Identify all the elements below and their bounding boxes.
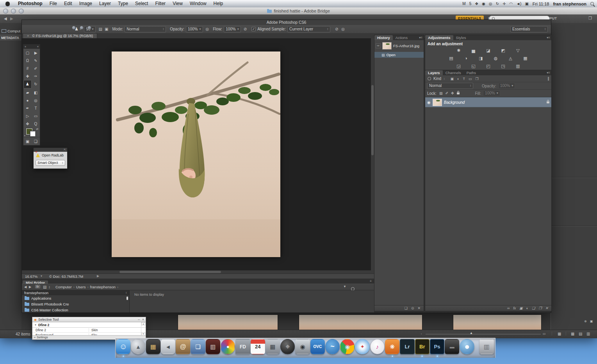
minimize-icon[interactable]	[11, 9, 16, 14]
lightroom-icon[interactable]: Lr	[400, 339, 414, 354]
menubar-clock[interactable]: Fri 11:18	[533, 2, 549, 6]
filter-search-icon[interactable]	[428, 77, 431, 80]
photoshop-titlebar[interactable]: Adobe Photoshop CS6	[22, 20, 551, 25]
selective-color-icon[interactable]: ▥	[515, 64, 521, 69]
tablet-opacity-icon[interactable]: ◎	[206, 27, 209, 31]
filter-shape-layers-icon[interactable]: ▭	[469, 77, 472, 81]
invert-icon[interactable]: ◲	[456, 64, 462, 69]
menubar-menu[interactable]: Filter	[151, 0, 169, 7]
section-collapse-icon[interactable]: ▼	[34, 324, 37, 326]
metadata-panel-tab[interactable]: METADATA	[0, 35, 21, 41]
brightness-contrast-icon[interactable]: ✺	[456, 48, 462, 53]
minimize-icon[interactable]: –	[138, 318, 140, 321]
folder-item[interactable]: Blissett Photobook Cre	[22, 301, 129, 307]
panel-menu-icon[interactable]: ≡	[370, 279, 372, 283]
airbrush-icon[interactable]: ⊘	[244, 27, 247, 31]
close-icon[interactable]	[72, 26, 76, 30]
panel-menu-icon[interactable]: ▾≡	[547, 71, 550, 75]
exposure-icon[interactable]: ◩	[500, 48, 506, 53]
lasso-tool[interactable]: Ω	[23, 57, 32, 64]
kind-filter-select[interactable]: Kind	[433, 76, 441, 81]
ical-icon[interactable]: 24	[251, 339, 265, 354]
sort-toggle-icon[interactable]: ↕	[48, 285, 50, 289]
photo-stack-icon[interactable]: ❏	[191, 339, 205, 354]
thumbnail-size-slider[interactable]	[426, 334, 541, 334]
facetime-icon[interactable]: ◄	[161, 339, 175, 354]
menu-extra-5-icon[interactable]: 5	[469, 2, 472, 6]
calculator-icon[interactable]: ▦	[266, 339, 280, 354]
zoom-window-icon[interactable]	[19, 9, 24, 14]
history-state-row[interactable]: ▤ Open	[374, 52, 424, 58]
filter-type-layers-icon[interactable]: T	[463, 77, 465, 81]
menubar-menu[interactable]: Window	[186, 0, 210, 7]
trash-icon[interactable]: ▥	[479, 339, 494, 354]
volume-icon[interactable]: ◄)	[516, 2, 521, 6]
pod-location-select[interactable]: franstephenson	[24, 291, 48, 295]
menubar-menu[interactable]: Edit	[61, 0, 76, 7]
new-snapshot-button[interactable]: ⊙	[411, 306, 414, 310]
opacity-select[interactable]: 100%▾	[186, 26, 203, 32]
ignore-adjustment-layers-icon[interactable]: ⊘	[335, 27, 338, 31]
compact-mode-icon[interactable]: ❐	[588, 16, 592, 20]
aligned-checkbox[interactable]: ✓	[251, 27, 256, 31]
add-layer-mask-button[interactable]: ▣	[519, 306, 523, 310]
minimize-icon[interactable]	[80, 26, 84, 30]
gradient-map-icon[interactable]: ◳	[500, 64, 506, 69]
menubar-menu[interactable]: Type	[114, 0, 132, 7]
filter-adjustment-layers-icon[interactable]: ◐	[457, 77, 459, 81]
move-tool[interactable]: ▶	[32, 49, 40, 57]
back-icon[interactable]: ◀	[4, 16, 7, 21]
menubar-menu[interactable]: Image	[76, 0, 96, 7]
status-options-icon[interactable]: ▶	[97, 274, 99, 278]
bridge-launch-icon[interactable]: Br	[35, 285, 40, 288]
pod-scrollbar[interactable]	[127, 297, 128, 300]
eyedropper-tool[interactable]: ✐	[32, 64, 40, 72]
photoshop-icon[interactable]: Ps	[430, 339, 444, 354]
folder-item[interactable]: CS6 Master Collection	[22, 307, 129, 313]
color-balance-icon[interactable]: ◑	[463, 56, 469, 61]
itunes-icon[interactable]: ♪	[370, 339, 385, 354]
link-layers-button[interactable]: ∞	[507, 306, 510, 310]
breadcrumb-item[interactable]: Users	[76, 285, 86, 289]
thumbnail-view-icon[interactable]: ▦	[571, 332, 574, 336]
crop-tool[interactable]: #	[23, 64, 32, 72]
flow-select[interactable]: 100%▾	[224, 26, 241, 32]
panel-menu-icon[interactable]: ▾≡	[419, 36, 422, 39]
clone-source-panel-icon[interactable]: ▣	[105, 27, 108, 31]
toggle-brush-panel-icon[interactable]: ▤	[99, 27, 102, 31]
spotlight-icon[interactable]	[590, 2, 594, 5]
finder-icon[interactable]: ☺	[116, 339, 130, 354]
drive-box-icon[interactable]: ▬	[445, 339, 459, 354]
collapse-icon[interactable]: «	[37, 45, 39, 48]
forward-icon[interactable]: ▶	[29, 285, 31, 289]
tab-actions[interactable]: Actions	[393, 35, 410, 40]
channel-mixer-icon[interactable]: ◬	[508, 56, 514, 61]
circle-badge-icon[interactable]: ◉	[482, 2, 485, 6]
layer-row-background[interactable]: ◉ Background	[425, 97, 551, 107]
type-tool[interactable]: T	[32, 104, 40, 112]
time-machine-icon[interactable]: ↻	[496, 2, 499, 6]
lock-all-icon[interactable]	[457, 92, 460, 94]
selective-tool-titlebar[interactable]: ◉ Selective Tool – ×	[32, 317, 146, 322]
zoom-tool[interactable]: Q	[32, 120, 40, 128]
zoom-caret-icon[interactable]: ▾	[41, 274, 42, 278]
iphoto-icon[interactable]: ▦	[146, 339, 160, 354]
menubar-menu[interactable]: Select	[132, 0, 151, 7]
shield-badge-icon[interactable]: ◎	[489, 2, 492, 6]
bridge-titlebar[interactable]: finished hattie - Adobe Bridge	[0, 7, 597, 15]
filter-icon[interactable]: ▼	[343, 285, 346, 288]
delete-layer-button[interactable]: ✕	[545, 306, 548, 310]
menubar-menu[interactable]: Layer	[96, 0, 114, 7]
camera-app-icon[interactable]: ◉	[295, 339, 310, 354]
details-view-icon[interactable]: ▤	[579, 332, 582, 336]
proselect-icon[interactable]: ❋	[385, 339, 399, 354]
apple-menu-icon[interactable]	[5, 2, 10, 6]
options-window-controls[interactable]	[72, 26, 91, 30]
display-icon[interactable]: ▣	[525, 2, 528, 6]
tab-paths[interactable]: Paths	[464, 70, 479, 75]
posterize-icon[interactable]: ◱	[470, 64, 477, 69]
zoom-level-field[interactable]: 16.67%	[25, 274, 37, 279]
wifi-icon[interactable]: ◠	[509, 2, 513, 6]
bridge-thumbnail[interactable]	[453, 314, 542, 330]
layer-thumbnail[interactable]	[433, 99, 442, 106]
